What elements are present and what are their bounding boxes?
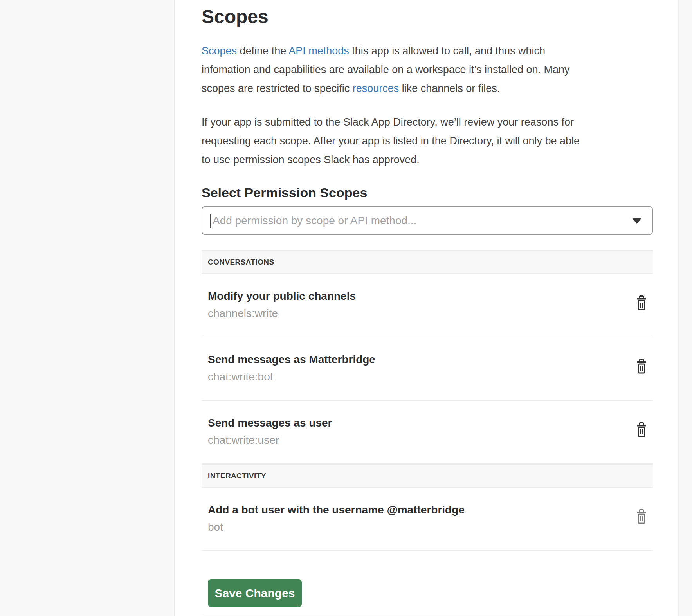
section-label: INTERACTIVITY <box>208 472 266 480</box>
resources-link[interactable]: resources <box>353 83 399 94</box>
scope-title: Send messages as user <box>208 416 647 430</box>
scope-title: Add a bot user with the username @matter… <box>208 503 647 517</box>
scope-list: CONVERSATIONS Modify your public channel… <box>202 250 653 551</box>
trash-icon[interactable] <box>636 295 647 311</box>
scope-row-chat-write-user: Send messages as user chat:write:user <box>202 401 653 464</box>
scopes-link[interactable]: Scopes <box>202 45 237 57</box>
right-gutter-panel <box>678 0 692 616</box>
select-permission-scopes-heading: Select Permission Scopes <box>202 185 653 200</box>
save-changes-button[interactable]: Save Changes <box>208 579 302 607</box>
trash-icon[interactable] <box>636 509 647 524</box>
bottom-divider <box>202 614 653 614</box>
section-header-interactivity: INTERACTIVITY <box>202 464 653 488</box>
intro-paragraph: Scopes define the API methods this app i… <box>202 41 653 98</box>
intro-text-1: define the <box>237 45 288 57</box>
scope-search-input[interactable] <box>202 206 653 235</box>
scope-search-wrap <box>202 206 653 235</box>
page-title: Scopes <box>202 5 653 28</box>
scope-row-chat-write-bot: Send messages as Matterbridge chat:write… <box>202 337 653 401</box>
directory-note-paragraph: If your app is submitted to the Slack Ap… <box>202 113 653 169</box>
scope-code: chat:write:bot <box>208 369 647 384</box>
trash-icon[interactable] <box>636 422 647 438</box>
scope-title: Modify your public channels <box>208 289 647 304</box>
scope-title: Send messages as Matterbridge <box>208 352 647 367</box>
scope-row-bot: Add a bot user with the username @matter… <box>202 488 653 551</box>
scope-code: bot <box>208 520 647 535</box>
scope-code: channels:write <box>208 306 647 321</box>
trash-icon[interactable] <box>636 358 647 374</box>
intro-text-3: like channels or files. <box>399 83 500 94</box>
api-methods-link[interactable]: API methods <box>288 45 349 57</box>
scopes-content: Scopes Scopes define the API methods thi… <box>202 5 653 614</box>
scope-row-channels-write: Modify your public channels channels:wri… <box>202 274 653 337</box>
section-header-conversations: CONVERSATIONS <box>202 250 653 274</box>
caret-down-icon[interactable] <box>632 218 642 224</box>
section-label: CONVERSATIONS <box>208 258 274 267</box>
left-sidebar-panel <box>0 0 175 616</box>
main-panel: Scopes Scopes define the API methods thi… <box>175 0 678 616</box>
scope-code: chat:write:user <box>208 433 647 448</box>
text-caret <box>210 214 211 228</box>
